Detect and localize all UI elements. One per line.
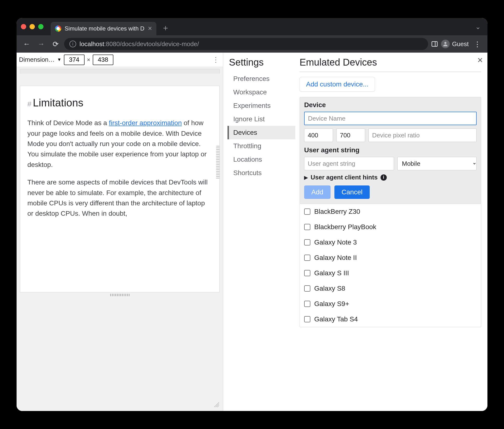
- device-height-input[interactable]: [336, 128, 365, 142]
- device-list-item[interactable]: Galaxy S8: [300, 281, 481, 296]
- cancel-button[interactable]: Cancel: [334, 185, 370, 199]
- settings-sidebar: Settings PreferencesWorkspaceExperiments…: [223, 53, 295, 411]
- settings-nav-shortcuts[interactable]: Shortcuts: [227, 166, 295, 180]
- settings-title: Settings: [227, 57, 295, 68]
- ruler: [20, 69, 220, 74]
- add-button[interactable]: Add: [304, 185, 331, 199]
- viewport-height-input[interactable]: [93, 54, 113, 65]
- url-port: :8080: [104, 40, 120, 48]
- browser-window: Simulate mobile devices with D ✕ ＋ ⌄ ← →…: [17, 18, 487, 411]
- device-list-item[interactable]: Blackberry PlayBook: [300, 219, 481, 235]
- device-list-item[interactable]: Galaxy Note 3: [300, 235, 481, 250]
- device-checkbox[interactable]: [304, 301, 310, 307]
- viewport-resize-right-handle[interactable]: [216, 146, 220, 179]
- device-checkbox[interactable]: [304, 285, 310, 292]
- settings-nav-locations[interactable]: Locations: [227, 153, 295, 166]
- device-checkbox[interactable]: [304, 208, 310, 215]
- device-list-item[interactable]: Galaxy Tab S4: [300, 312, 481, 327]
- dimensions-separator: ×: [87, 56, 90, 63]
- device-checkbox[interactable]: [304, 316, 310, 322]
- chrome-favicon-icon: [55, 26, 61, 32]
- user-agent-input[interactable]: [304, 157, 394, 170]
- window-maximize-button[interactable]: [38, 24, 44, 29]
- simulated-viewport: #Limitations Think of Device Mode as a f…: [20, 74, 220, 408]
- device-list-item[interactable]: Galaxy S III: [300, 265, 481, 281]
- svg-point-2: [444, 42, 446, 44]
- first-order-approximation-link[interactable]: first-order approximation: [109, 119, 182, 127]
- page-paragraph-2: There are some aspects of mobile devices…: [27, 177, 212, 219]
- user-agent-type-select[interactable]: Mobile: [397, 157, 477, 170]
- viewport-width-input[interactable]: [64, 54, 85, 65]
- svg-rect-0: [432, 42, 437, 46]
- device-mode-pane: Dimension… ▼ × ⋮ #Limitations Think of D…: [17, 53, 223, 411]
- device-toolbar-menu-icon[interactable]: ⋮: [211, 56, 221, 64]
- device-checkbox[interactable]: [304, 270, 310, 276]
- settings-nav-experiments[interactable]: Experiments: [227, 99, 295, 112]
- device-name-label: Blackberry PlayBook: [314, 223, 376, 231]
- back-button[interactable]: ←: [21, 38, 32, 50]
- reload-button[interactable]: ⟳: [50, 38, 61, 50]
- url-path: /docs/devtools/device-mode/: [120, 40, 199, 48]
- device-pixel-ratio-input[interactable]: [369, 128, 477, 142]
- browser-menu-icon[interactable]: ⋮: [472, 38, 483, 50]
- devtools-settings-pane: ✕ Settings PreferencesWorkspaceExperimen…: [223, 53, 487, 411]
- device-name-label: Galaxy Note II: [314, 254, 357, 262]
- viewport-resize-corner-handle[interactable]: [214, 402, 219, 407]
- device-name-label: Galaxy S8: [314, 285, 345, 292]
- device-checkbox[interactable]: [304, 239, 310, 245]
- ua-section-label: User agent string: [304, 146, 477, 154]
- device-checkbox[interactable]: [304, 224, 310, 230]
- new-tab-button[interactable]: ＋: [161, 23, 170, 33]
- device-checkbox[interactable]: [304, 255, 310, 261]
- settings-nav-ignore-list[interactable]: Ignore List: [227, 112, 295, 126]
- settings-nav-throttling[interactable]: Throttling: [227, 139, 295, 153]
- device-section-label: Device: [304, 101, 477, 109]
- content-area: Dimension… ▼ × ⋮ #Limitations Think of D…: [17, 53, 487, 411]
- profile-label: Guest: [452, 40, 469, 48]
- close-icon[interactable]: ✕: [477, 56, 483, 64]
- add-custom-device-button[interactable]: Add custom device...: [300, 77, 375, 92]
- page-heading: #Limitations: [27, 95, 212, 111]
- traffic-lights: [21, 24, 44, 29]
- tab-close-icon[interactable]: ✕: [148, 26, 152, 32]
- info-icon[interactable]: i: [380, 174, 387, 181]
- window-minimize-button[interactable]: [29, 24, 35, 29]
- site-info-icon[interactable]: i: [69, 41, 76, 47]
- forward-button[interactable]: →: [35, 38, 47, 50]
- profile-button[interactable]: Guest: [441, 40, 469, 48]
- device-name-label: Galaxy Note 3: [314, 239, 357, 246]
- custom-device-form: Device User agent string Mobile: [300, 97, 481, 204]
- dimensions-dropdown[interactable]: Dimension…: [19, 56, 55, 63]
- address-bar[interactable]: i localhost:8080/docs/devtools/device-mo…: [64, 38, 428, 50]
- simulated-page-content: #Limitations Think of Device Mode as a f…: [20, 86, 220, 292]
- viewport-resize-bottom-handle[interactable]: [110, 294, 129, 296]
- emulated-devices-title: Emulated Devices: [300, 57, 481, 72]
- device-list: BlackBerry Z30Blackberry PlayBookGalaxy …: [300, 204, 481, 327]
- device-list-item[interactable]: Galaxy S9+: [300, 296, 481, 312]
- window-close-button[interactable]: [21, 24, 26, 29]
- settings-nav-devices[interactable]: Devices: [227, 126, 295, 139]
- device-name-input[interactable]: [304, 112, 477, 125]
- device-width-input[interactable]: [304, 128, 333, 142]
- anchor-hash-icon[interactable]: #: [27, 100, 31, 108]
- device-name-label: Galaxy S9+: [314, 300, 349, 308]
- device-list-item[interactable]: BlackBerry Z30: [300, 204, 481, 219]
- panel-toggle-icon[interactable]: [431, 40, 438, 48]
- dropdown-caret-icon[interactable]: ▼: [57, 57, 62, 62]
- device-toolbar: Dimension… ▼ × ⋮: [17, 53, 223, 67]
- settings-nav-workspace[interactable]: Workspace: [227, 86, 295, 99]
- device-list-item[interactable]: Galaxy Note II: [300, 250, 481, 265]
- tab-title: Simulate mobile devices with D: [65, 25, 144, 32]
- browser-tab[interactable]: Simulate mobile devices with D ✕: [51, 22, 156, 35]
- settings-main: Emulated Devices Add custom device... De…: [295, 53, 487, 411]
- browser-toolbar: ← → ⟳ i localhost:8080/docs/devtools/dev…: [17, 35, 487, 53]
- tabs-overflow-icon[interactable]: ⌄: [475, 23, 481, 31]
- ua-client-hints-toggle[interactable]: ▶ User agent client hints i: [304, 174, 477, 181]
- titlebar: Simulate mobile devices with D ✕ ＋ ⌄: [17, 18, 487, 35]
- url-host: localhost: [80, 40, 104, 48]
- device-name-label: Galaxy Tab S4: [314, 315, 358, 323]
- disclosure-triangle-icon: ▶: [304, 175, 308, 180]
- settings-nav-preferences[interactable]: Preferences: [227, 72, 295, 86]
- device-name-label: Galaxy S III: [314, 269, 349, 277]
- device-name-label: BlackBerry Z30: [314, 208, 360, 215]
